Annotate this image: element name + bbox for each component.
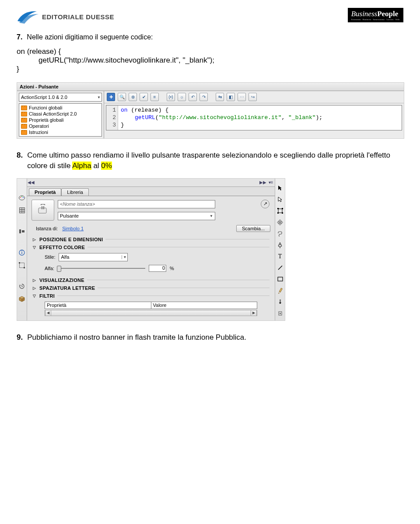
target-icon[interactable]: ⊕ xyxy=(129,93,137,101)
nav-back-icon[interactable]: ↶ xyxy=(189,93,197,101)
svg-rect-28 xyxy=(282,212,283,214)
svg-marker-22 xyxy=(278,186,282,190)
link-target-icon[interactable]: ↗ xyxy=(261,200,270,208)
swap-button[interactable]: Scambia... xyxy=(236,225,270,232)
section-color-effect: EFFETTO COLORE xyxy=(32,243,270,251)
svg-marker-38 xyxy=(278,292,280,294)
brush-tool-icon[interactable] xyxy=(276,298,284,306)
grip-icon xyxy=(19,277,25,278)
add-statement-icon[interactable]: ✚ xyxy=(107,93,115,101)
free-transform-icon[interactable] xyxy=(276,207,284,215)
svg-point-2 xyxy=(21,196,22,197)
svg-point-41 xyxy=(280,313,281,314)
instance-of-link[interactable]: Simbolo 1 xyxy=(62,226,84,231)
svg-marker-23 xyxy=(278,197,282,202)
properties-panel-screenshot: ◀◀ ▶▶ ▾≡ Proprietà Libreria ↗ <Nome ista… xyxy=(17,178,285,321)
logo-editoriale-duesse: EDITORIALE DUESSE xyxy=(17,8,114,25)
style-dropdown[interactable]: Alfa▼ xyxy=(59,253,128,261)
code-hint-icon[interactable]: (•) xyxy=(167,93,175,101)
item7-text: Nelle azioni digitiamo il seguente codic… xyxy=(27,33,153,41)
svg-rect-27 xyxy=(277,212,279,214)
code-line-3: } xyxy=(17,65,403,74)
tab-scroll-left-icon[interactable]: ◀◀ xyxy=(27,179,35,186)
col-value: Valore xyxy=(151,302,258,309)
nav-fwd-icon[interactable]: ↷ xyxy=(200,93,208,101)
pin-icon[interactable]: ◧ xyxy=(227,93,235,101)
transform-icon[interactable] xyxy=(18,261,26,270)
grip-icon xyxy=(19,222,25,223)
item8-number: 8. xyxy=(17,150,23,171)
actions-tree[interactable]: Funzioni globali Classi ActionScript 2.0… xyxy=(19,103,102,137)
svg-marker-17 xyxy=(20,285,21,286)
alpha-label: Alfa: xyxy=(45,266,54,271)
options-icon[interactable]: ⋯ xyxy=(238,93,246,101)
code-editor[interactable]: 1 2 3 on (release) { getURL("http://www.… xyxy=(106,105,402,130)
col-property: Proprietà xyxy=(45,302,151,309)
page-header: EDITORIALE DUESSE BusinessPeople Economi… xyxy=(17,8,403,25)
instance-name-input[interactable]: <Nome istanza> xyxy=(58,200,215,208)
item9-text: Pubblichiamo il nostro banner in flash t… xyxy=(27,333,246,342)
item7-number: 7. xyxy=(17,33,22,41)
source: on (release) { getURL("http://www.sitoch… xyxy=(118,106,322,130)
instance-of-label: Istanza di: xyxy=(36,226,58,231)
grid-icon[interactable] xyxy=(18,206,26,215)
svg-rect-39 xyxy=(280,299,281,302)
tree-item: Istruzioni xyxy=(19,129,102,135)
color-palette-icon[interactable] xyxy=(18,193,26,202)
rectangle-tool-icon[interactable] xyxy=(276,275,284,284)
actionscript-version-dropdown[interactable]: ActionScript 1.0 & 2.0▼ xyxy=(19,93,102,102)
alpha-slider[interactable] xyxy=(58,268,145,269)
gutter: 1 2 3 xyxy=(106,106,118,130)
svg-rect-25 xyxy=(277,208,279,209)
symbol-type-icon xyxy=(32,200,54,221)
align-icon[interactable] xyxy=(18,227,26,236)
symbol-type-dropdown[interactable]: Pulsante▼ xyxy=(58,212,215,220)
section-filters: FILTRI xyxy=(32,292,270,300)
check-syntax-icon[interactable]: ✔ xyxy=(140,93,148,101)
actions-toolbar: ✚ 🔍 ⊕ ✔ ≡ (•) ☼ ↶ ↷ ⇆ ◧ ⋯ ↪ xyxy=(104,91,404,103)
logo-left-text: EDITORIALE DUESSE xyxy=(42,13,114,21)
debug-icon[interactable]: ☼ xyxy=(178,93,186,101)
tab-properties[interactable]: Proprietà xyxy=(29,188,61,196)
alpha-value-input[interactable]: 0 xyxy=(149,265,166,272)
toggle-view-icon[interactable]: ⇆ xyxy=(216,93,224,101)
book-icon xyxy=(21,130,27,135)
panel-menu-icon[interactable]: ▾≡ xyxy=(267,179,275,186)
tree-item: Proprietà globali xyxy=(19,117,102,123)
svg-rect-15 xyxy=(19,262,20,264)
arrow-tool-icon[interactable] xyxy=(276,184,284,193)
pen-tool-icon[interactable] xyxy=(276,241,284,250)
more-tools-icon[interactable] xyxy=(276,309,284,318)
text-tool-icon[interactable]: T xyxy=(276,252,284,261)
reference-icon[interactable]: ↪ xyxy=(248,93,257,101)
find-icon[interactable]: 🔍 xyxy=(118,93,126,101)
filters-table-header: Proprietà Valore xyxy=(45,302,257,309)
duesse-swoosh-icon xyxy=(17,8,39,25)
subselect-tool-icon[interactable] xyxy=(276,195,284,204)
section-position: POSIZIONE E DIMENSIONI xyxy=(32,236,270,243)
grip-icon xyxy=(19,243,25,244)
svg-point-34 xyxy=(280,244,280,245)
book-icon xyxy=(21,112,27,116)
3d-rotate-icon[interactable] xyxy=(276,218,284,227)
line-tool-icon[interactable] xyxy=(276,264,284,272)
section-tracking: SPAZIATURA LETTERE xyxy=(32,284,270,292)
tab-library[interactable]: Libreria xyxy=(61,188,89,196)
section-display: VISUALIZZAZIONE xyxy=(32,276,270,284)
svg-line-35 xyxy=(278,266,282,270)
tab-scroll-right-icon[interactable]: ▶▶ xyxy=(259,179,267,186)
info-icon[interactable] xyxy=(18,248,26,257)
book-icon xyxy=(21,124,27,129)
lasso-tool-icon[interactable] xyxy=(276,229,284,238)
svg-point-31 xyxy=(280,222,281,223)
tree-item: Operatori xyxy=(19,123,102,129)
svg-point-13 xyxy=(21,250,22,251)
filters-scrollbar[interactable]: ◀▶ xyxy=(45,310,257,316)
actions-panel-screenshot: Azioni - Pulsante ActionScript 1.0 & 2.0… xyxy=(17,82,404,139)
code-line-2: getURL("http://www.sitochevogliolinkare.… xyxy=(38,56,403,65)
auto-format-icon[interactable]: ≡ xyxy=(150,93,159,101)
cube-icon[interactable] xyxy=(18,295,26,303)
style-label: Stile: xyxy=(45,254,55,260)
pencil-tool-icon[interactable] xyxy=(276,286,284,295)
history-icon[interactable] xyxy=(18,282,26,291)
